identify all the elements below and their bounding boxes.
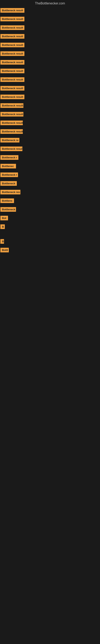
bottleneck-result-badge[interactable]: Bottl [0,248,9,252]
result-section-17: Bottleneck r [0,153,100,162]
result-section-9: Bottleneck result [0,84,100,92]
bottleneck-result-badge[interactable]: Bottleneck result [0,25,24,30]
result-section-11: Bottleneck result [0,101,100,110]
bottleneck-result-badge[interactable]: Bottleneck result [0,129,23,134]
bottleneck-result-badge[interactable]: Bottleneck result [0,112,23,116]
result-section-15: Bottleneck re [0,136,100,144]
result-section-20: Bottleneck [0,179,100,188]
bottleneck-result-badge[interactable]: Bottleneck [0,207,16,212]
bottleneck-result-badge[interactable]: Bottleneck result [0,60,24,64]
result-section-14: Bottleneck result [0,127,100,136]
result-section-12: Bottleneck result [0,110,100,118]
bottleneck-result-badge[interactable]: Bottleneck result [0,51,24,56]
result-section-18: Bottlenec [0,162,100,170]
result-section-2: Bottleneck result [0,23,100,32]
bottleneck-result-badge[interactable]: Bot [0,216,8,220]
result-section-16: Bottleneck result [0,144,100,153]
result-section-29 [0,254,100,260]
bottleneck-result-badge[interactable]: Bottleneck re [0,138,19,142]
bottleneck-result-badge[interactable]: Bottleneck res [0,190,20,194]
bottleneck-result-badge[interactable]: Bottlenec [0,164,16,168]
bottleneck-result-badge[interactable]: Bottleneck result [0,17,24,21]
result-section-8: Bottleneck result [0,75,100,84]
result-section-21: Bottleneck res [0,188,100,196]
bottleneck-result-badge[interactable]: Bottleneck result [0,77,24,82]
bottleneck-result-badge[interactable]: Bottleneck result [0,69,24,73]
bottleneck-result-badge[interactable]: Bottleneck result [0,103,23,108]
result-section-28: Bottl [0,246,100,254]
site-title: TheBottlenecker.com [0,0,100,6]
result-section-25: B [0,222,100,231]
result-section-24: Bot [0,214,100,222]
result-section-22: Bottlens [0,196,100,205]
bottleneck-result-badge[interactable]: Bottleneck r [0,172,18,177]
bottleneck-result-badge[interactable]: B [0,224,5,229]
result-section-19: Bottleneck r [0,170,100,179]
bottleneck-result-badge[interactable]: Bottleneck result [0,8,24,13]
result-section-0: Bottleneck result [0,6,100,15]
bottleneck-result-badge[interactable]: Bottleneck [0,181,17,186]
site-title-bar: TheBottlenecker.com [0,0,100,6]
bottleneck-result-badge[interactable]: Bottlens [0,198,14,203]
result-section-1: Bottleneck result [0,15,100,23]
result-section-27: B [0,237,100,246]
bottleneck-result-badge[interactable]: Bottleneck result [0,86,24,90]
bottleneck-result-badge[interactable]: Bottleneck r [0,155,18,160]
result-section-10: Bottleneck result [0,92,100,101]
result-section-26 [0,231,100,237]
result-section-3: Bottleneck result [0,32,100,41]
bottleneck-result-badge[interactable]: Bottleneck result [0,146,22,151]
bottleneck-result-badge[interactable]: Bottleneck result [0,34,24,39]
bottleneck-result-badge[interactable]: B [0,239,4,244]
result-section-5: Bottleneck result [0,49,100,58]
bottleneck-result-badge[interactable]: Bottleneck result [0,94,24,99]
result-section-7: Bottleneck result [0,66,100,75]
results-container: Bottleneck resultBottleneck resultBottle… [0,6,100,260]
bottleneck-result-badge[interactable]: Bottleneck result [0,120,23,125]
result-section-13: Bottleneck result [0,118,100,127]
result-section-6: Bottleneck result [0,58,100,66]
bottleneck-result-badge[interactable]: Bottleneck result [0,43,24,47]
result-section-4: Bottleneck result [0,41,100,49]
result-section-23: Bottleneck [0,205,100,214]
